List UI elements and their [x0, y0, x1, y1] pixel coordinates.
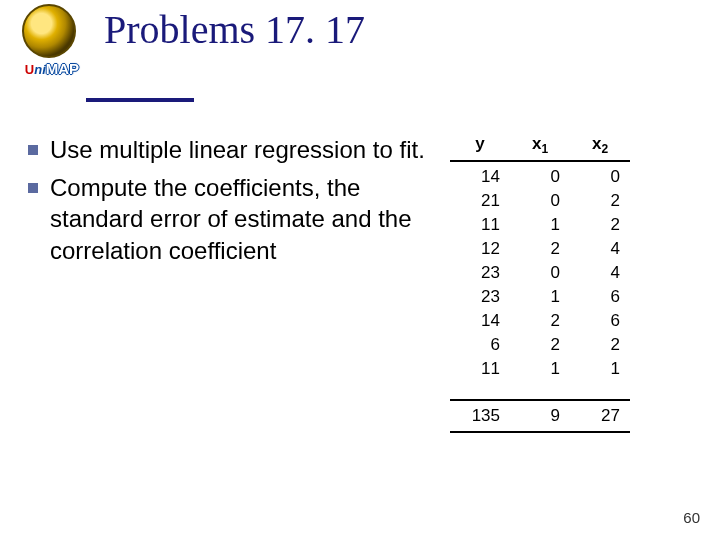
cell: 6: [570, 309, 630, 333]
body-bullets: Use multiple linear regression to fit. C…: [28, 134, 428, 273]
table-row: 23 1 6: [450, 285, 630, 309]
cell: 14: [450, 165, 510, 189]
sum-rule-top: [450, 399, 630, 401]
sum-cell: 135: [450, 404, 510, 428]
cell: 0: [510, 189, 570, 213]
sum-rule-bottom: [450, 431, 630, 433]
table-row: 21 0 2: [450, 189, 630, 213]
sum-cell: 9: [510, 404, 570, 428]
table-sum-row: 135 9 27: [450, 404, 630, 428]
cell: 1: [510, 357, 570, 381]
bullet-text: Compute the coefficients, the standard e…: [50, 172, 428, 267]
col-header-y: y: [450, 132, 510, 158]
cell: 0: [510, 165, 570, 189]
cell: 14: [450, 309, 510, 333]
cell: 2: [570, 333, 630, 357]
title-underline: [86, 98, 194, 102]
page-number: 60: [683, 509, 700, 526]
cell: 4: [570, 237, 630, 261]
cell: 12: [450, 237, 510, 261]
cell: 23: [450, 261, 510, 285]
cell: 1: [510, 213, 570, 237]
cell: 6: [570, 285, 630, 309]
page-title: Problems 17. 17: [104, 6, 694, 53]
col-header-x2: x2: [570, 132, 630, 158]
cell: 6: [450, 333, 510, 357]
cell: 11: [450, 213, 510, 237]
bullet-item: Use multiple linear regression to fit.: [28, 134, 428, 166]
unimap-logo: UniMAP: [12, 4, 92, 96]
table-row: 11 1 2: [450, 213, 630, 237]
cell: 2: [510, 309, 570, 333]
table-row: 14 2 6: [450, 309, 630, 333]
bullet-text: Use multiple linear regression to fit.: [50, 134, 425, 166]
cell: 11: [450, 357, 510, 381]
bullet-square-icon: [28, 145, 38, 155]
table-row: 14 0 0: [450, 165, 630, 189]
globe-icon: [22, 4, 76, 58]
table-row: 11 1 1: [450, 357, 630, 381]
sum-cell: 27: [570, 404, 630, 428]
cell: 23: [450, 285, 510, 309]
table-row: 6 2 2: [450, 333, 630, 357]
col-header-x1: x1: [510, 132, 570, 158]
cell: 0: [570, 165, 630, 189]
cell: 21: [450, 189, 510, 213]
table-header-row: y x1 x2: [450, 132, 630, 158]
cell: 1: [510, 285, 570, 309]
bullet-square-icon: [28, 183, 38, 193]
cell: 2: [570, 213, 630, 237]
logo-prefix: Uni: [25, 62, 46, 77]
bullet-item: Compute the coefficients, the standard e…: [28, 172, 428, 267]
cell: 0: [510, 261, 570, 285]
cell: 2: [510, 237, 570, 261]
table-row: 23 0 4: [450, 261, 630, 285]
cell: 2: [510, 333, 570, 357]
sum-gap: [450, 381, 630, 399]
logo-text: UniMAP: [12, 60, 92, 77]
title-wrap: Problems 17. 17: [104, 6, 694, 53]
logo-suffix: MAP: [46, 60, 79, 77]
slide: UniMAP Problems 17. 17 Use multiple line…: [0, 0, 720, 540]
header-rule: [450, 160, 630, 162]
data-table: y x1 x2 14 0 0 21 0 2 11 1 2 12 2 4 23 0…: [450, 132, 630, 433]
cell: 4: [570, 261, 630, 285]
cell: 2: [570, 189, 630, 213]
table-row: 12 2 4: [450, 237, 630, 261]
cell: 1: [570, 357, 630, 381]
